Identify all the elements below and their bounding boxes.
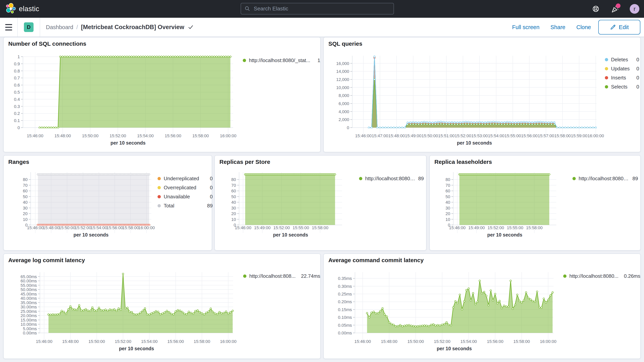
legend-series-dot [605,58,608,61]
svg-text:15:46:00: 15:46:00 [36,339,52,344]
legend-series-dot [158,195,161,198]
svg-text:16:00:00: 16:00:00 [588,134,604,138]
legend-item[interactable]: Selects0 [605,84,639,90]
svg-text:15:52:00: 15:52:00 [434,339,450,344]
svg-text:16:00:00: 16:00:00 [540,339,556,344]
legend-value: 0 [634,57,639,63]
svg-text:30: 30 [446,206,450,210]
legend-item[interactable]: http://localhost:8080/_stat...1 [243,58,320,64]
panel-avg-command-commit-latency: Average command commit latency0.00ms0.05… [323,254,641,359]
legend-avg-command-commit-latency: http://localhost:8080...0.26ms [563,273,640,282]
legend-item[interactable]: Unavailable0 [158,194,213,200]
svg-text:10: 10 [232,217,236,222]
svg-text:per 10 seconds: per 10 seconds [119,346,154,351]
svg-text:40: 40 [23,200,28,205]
svg-text:16,000: 16,000 [336,61,349,66]
legend-sql-queries: Deletes0Updates0Inserts0Selects0 [605,57,639,93]
svg-text:60: 60 [446,188,450,193]
svg-text:0.15ms: 0.15ms [338,307,352,312]
legend-item[interactable]: Updates0 [605,66,639,72]
svg-text:45.00ms: 45.00ms [21,292,37,296]
svg-text:0.8: 0.8 [14,68,20,74]
svg-text:15:52:00: 15:52:00 [115,339,131,344]
svg-text:40: 40 [446,200,450,205]
svg-text:70: 70 [232,183,236,188]
svg-text:15:48:00: 15:48:00 [381,339,398,344]
legend-label: Deletes [611,57,628,63]
svg-text:20: 20 [446,211,450,216]
svg-text:per 10 seconds: per 10 seconds [487,232,522,238]
legend-label: http://localhost:8080... [570,273,618,279]
svg-text:15:59:00: 15:59:00 [571,134,588,138]
legend-series-dot [158,204,161,208]
svg-text:15:50:00: 15:50:00 [88,339,105,344]
svg-text:0: 0 [347,125,349,130]
svg-text:60: 60 [232,188,236,193]
svg-text:20: 20 [23,211,28,216]
svg-text:0.10ms: 0.10ms [338,315,352,320]
chart-canvas-sql-connections[interactable]: 00.10.20.30.40.50.60.70.80.9115:46:0015:… [4,38,321,153]
svg-text:15:52:00: 15:52:00 [110,134,126,138]
legend-label: Total [164,203,174,209]
legend-item[interactable]: Underreplicated0 [158,176,213,182]
legend-item[interactable]: Inserts0 [605,75,639,81]
svg-text:0.3: 0.3 [14,104,20,109]
svg-text:per 10 seconds: per 10 seconds [457,140,492,146]
svg-text:0.1: 0.1 [14,118,20,123]
svg-text:15:52:00: 15:52:00 [274,225,290,230]
legend-value: 0 [207,194,213,200]
svg-text:0.00ms: 0.00ms [23,330,37,336]
legend-series-dot [158,177,161,180]
svg-text:30.00ms: 30.00ms [21,304,37,310]
legend-label: Selects [611,84,628,90]
svg-text:15:49:00: 15:49:00 [254,225,271,230]
panel-sql-connections: Number of SQL connections00.10.20.30.40.… [3,37,321,152]
chart-canvas-replicas-per-store[interactable]: 0102030405060708015:46:0015:49:0015:52:0… [215,156,427,251]
legend-series-dot [243,59,246,62]
svg-text:15:46:00: 15:46:00 [27,134,44,138]
legend-value: 0 [634,84,639,90]
panel-replicas-per-store: Replicas per Store0102030405060708015:46… [214,155,426,250]
legend-label: Inserts [611,75,626,81]
svg-text:50: 50 [446,194,450,199]
svg-text:15.00ms: 15.00ms [21,318,37,322]
svg-text:15:48:00: 15:48:00 [388,134,405,138]
svg-text:15:48:00: 15:48:00 [54,134,71,138]
svg-text:0.9: 0.9 [14,62,20,66]
legend-value: 1 [314,58,320,64]
legend-item[interactable]: http://localhost:8080/_sta...89 [359,176,424,182]
svg-text:15:50:00: 15:50:00 [82,134,98,138]
svg-text:80: 80 [446,177,450,182]
legend-value: 89 [629,176,638,182]
svg-text:40.00ms: 40.00ms [21,296,37,301]
svg-text:15:48:00: 15:48:00 [43,225,60,230]
legend-series-dot [605,76,608,80]
legend-replicas-per-store: http://localhost:8080/_sta...89 [359,176,424,185]
svg-text:15:57:00: 15:57:00 [538,134,554,138]
chart-canvas-avg-log-commit-latency[interactable]: 0.00ms5.00ms10.00ms15.00ms20.00ms25.00ms… [4,254,321,359]
legend-item[interactable]: Overreplicated0 [158,185,213,191]
svg-text:15:49:00: 15:49:00 [468,225,485,230]
legend-value: 0.26ms [621,273,640,279]
legend-item[interactable]: http://localhost:808...22.74ms [243,273,320,279]
svg-text:50: 50 [23,194,28,199]
panel-replica-leaseholders: Replica leaseholders0102030405060708015:… [430,155,641,250]
legend-series-dot [563,274,566,278]
legend-item[interactable]: http://localhost:8080/_sta...89 [572,176,638,182]
legend-item[interactable]: Deletes0 [605,57,639,63]
chart-canvas-sql-queries[interactable]: 02,0004,0006,0008,00010,00012,00014,0001… [324,38,641,153]
svg-text:15:46:00: 15:46:00 [235,225,252,230]
legend-item[interactable]: http://localhost:8080...0.26ms [563,273,640,279]
svg-text:2,000: 2,000 [338,117,349,122]
svg-text:15:49:00: 15:49:00 [405,134,422,138]
chart-canvas-avg-command-commit-latency[interactable]: 0.00ms0.05ms0.10ms0.15ms0.20ms0.25ms0.30… [324,254,641,359]
legend-item[interactable]: Total89 [158,203,213,209]
svg-text:per 10 seconds: per 10 seconds [437,346,472,351]
chart-canvas-replica-leaseholders[interactable]: 0102030405060708015:46:0015:49:0015:52:0… [430,156,641,251]
svg-text:15:50:00: 15:50:00 [408,339,424,344]
legend-value: 22.74ms [298,273,320,279]
svg-text:15:56:00: 15:56:00 [521,134,538,138]
svg-text:per 10 seconds: per 10 seconds [110,140,146,146]
svg-text:per 10 seconds: per 10 seconds [273,232,308,238]
svg-text:15:46:00: 15:46:00 [449,225,466,230]
